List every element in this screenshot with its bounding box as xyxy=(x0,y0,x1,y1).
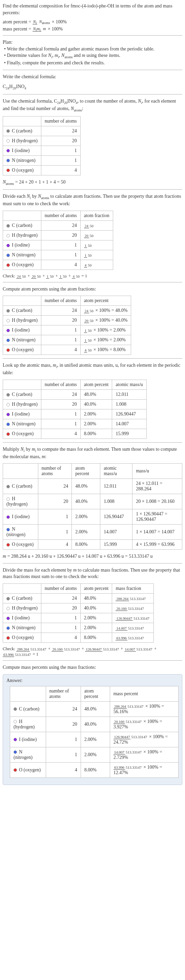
plan-bullet-1: • Write the chemical formula and gather … xyxy=(4,46,182,52)
cell: 1 × 14.007 = 14.007 xyxy=(132,525,182,540)
col-num-atoms: number of atoms xyxy=(41,296,80,306)
cell: 288.264513.33147 × 100% = 56.16% xyxy=(110,701,178,716)
text: × 100% = xyxy=(149,734,168,739)
num: N xyxy=(33,19,36,24)
cell: 48.0% xyxy=(80,390,112,399)
cell: 288.264513.33147 xyxy=(112,593,154,603)
num: 288.264 xyxy=(116,597,129,601)
cell: 1 xyxy=(46,732,81,747)
cell: 48.0% xyxy=(81,701,110,716)
table-header-row: number of atoms atom percent xyxy=(3,296,131,306)
element-dot-icon xyxy=(6,393,10,396)
value: 12.47% xyxy=(113,770,128,775)
text: using these items. xyxy=(85,53,120,58)
den: 513.33147 xyxy=(128,606,145,611)
cell: 40.0% xyxy=(80,399,112,409)
cell: 8.00% xyxy=(72,540,100,550)
value: 40.0% xyxy=(115,318,128,323)
chemical-formula: C24H20INO4 xyxy=(3,83,182,91)
table-row: O (oxygen)4 xyxy=(3,165,81,175)
cell: 1 xyxy=(41,325,80,335)
cell: 2.00% xyxy=(81,732,110,747)
divider xyxy=(3,563,182,563)
table-row: C (carbon)242450 × 100% = 48.0% xyxy=(3,306,131,316)
cell: 4 xyxy=(41,165,80,175)
element-label: O (oxygen) xyxy=(12,262,33,267)
table-row: C (carbon)2448.0%288.264513.33147 × 100%… xyxy=(10,701,179,716)
element-dot-icon xyxy=(6,339,10,342)
table-row: I (iodine)1150 xyxy=(3,240,113,250)
element-label: N (nitrogen) xyxy=(12,421,35,426)
sub: i xyxy=(36,21,37,25)
element-dot-icon xyxy=(6,413,10,416)
num: 63.996 xyxy=(116,636,127,640)
cell: 1 × 126.90447 = 126.90447 xyxy=(132,509,182,525)
value: 3.927% xyxy=(113,724,128,729)
table-row: N (nitrogen)12.00%14.007 xyxy=(3,419,147,429)
text: × 100% = xyxy=(95,308,114,313)
table-row: O (oxygen)48.00%15.9994 × 15.999 = 63.99… xyxy=(3,540,182,550)
cell: 126.90447513.33147 xyxy=(112,613,154,623)
table-row: I (iodine)12.00%126.90447513.33147 × 100… xyxy=(10,732,179,747)
element-dot-icon xyxy=(6,423,10,426)
element-label: H (hydrogen) xyxy=(12,606,38,611)
element-label: H (hydrogen) xyxy=(12,318,38,323)
divider xyxy=(3,70,182,70)
cell: 8.00% xyxy=(80,633,112,643)
cell: 1 xyxy=(46,747,81,762)
mass-calc-intro: Multiply Ni by mi to compute the mass fo… xyxy=(3,446,182,460)
text: × 100% = xyxy=(144,765,162,770)
text: × 100% = xyxy=(94,347,112,352)
cell: 48.0% xyxy=(72,479,100,494)
col-atom-percent: atom percent xyxy=(80,296,131,306)
write-formula-text: Write the chemical formula: xyxy=(3,73,182,80)
cell: 2450 × 100% = 48.0% xyxy=(80,306,131,316)
col-atom-percent: atom percent xyxy=(80,380,112,390)
table-row: N (nitrogen)12.00%14.0071 × 14.007 = 14.… xyxy=(3,525,182,540)
table-header-row: number of atoms xyxy=(3,116,81,126)
table-row: C (carbon)242450 xyxy=(3,220,113,230)
atom-percent-lhs: atom percent = xyxy=(3,19,31,24)
col-atomic-mass: atomic mass/u xyxy=(100,464,132,479)
cell: 40.0% xyxy=(72,494,100,509)
element-dot-icon xyxy=(14,768,17,772)
table-row: H (hydrogen)2040.0%20.160513.33147 xyxy=(3,603,154,613)
col-mass-percent: mass percent xyxy=(110,686,178,701)
table-row: C (carbon)2448.0%12.011 xyxy=(3,390,147,399)
element-dot-icon xyxy=(6,636,10,640)
table-row: I (iodine)1 xyxy=(3,146,81,156)
element-dot-icon xyxy=(6,607,10,610)
mass-percent-formula: mass percent = Nimi m × 100% xyxy=(3,26,182,32)
col-num-atoms: number of atoms xyxy=(38,464,72,479)
table-row: N (nitrogen)12.00%14.007513.33147 × 100%… xyxy=(10,747,179,762)
cell: 2450 xyxy=(80,220,113,230)
mass-fraction-intro: Divide the mass for each element by m to… xyxy=(3,567,182,580)
table-header-row: number of atoms atom fraction xyxy=(3,211,113,220)
cell: 14.007513.33147 xyxy=(112,623,154,633)
cell: 1 xyxy=(41,613,80,623)
col-atomic-mass: atomic mass/u xyxy=(112,380,147,390)
cell: 2.00% xyxy=(80,409,112,419)
table-header-row: number of atoms atom percent mass fracti… xyxy=(3,584,154,593)
check-label: Check: xyxy=(3,646,16,651)
table-row: I (iodine)12.00%126.90447 xyxy=(3,409,147,419)
element-label: N (nitrogen) xyxy=(12,337,35,342)
value: 2.00% xyxy=(113,328,126,332)
fraction: Nimi m xyxy=(32,27,47,32)
cell: 63.996513.33147 xyxy=(112,633,154,643)
cell: 24 xyxy=(41,220,80,230)
cell: 2050 × 100% = 40.0% xyxy=(80,316,131,325)
cell: 1 xyxy=(38,509,72,525)
table-row: O (oxygen)48.00%63.996513.33147 xyxy=(3,633,154,643)
cell: 14.007513.33147 × 100% = 2.729% xyxy=(110,747,178,762)
cell: 4 xyxy=(41,633,80,643)
element-label: I (iodine) xyxy=(19,737,37,742)
cell: 1 xyxy=(41,240,80,250)
element-dot-icon xyxy=(6,597,10,600)
element-label: C (carbon) xyxy=(12,308,32,313)
table-row: H (hydrogen)202050 xyxy=(3,230,113,240)
cell: 150 × 100% = 2.00% xyxy=(80,335,131,345)
cell: 4 × 15.999 = 63.996 xyxy=(132,540,182,550)
element-dot-icon xyxy=(6,149,10,153)
cell: 15.999 xyxy=(100,540,132,550)
